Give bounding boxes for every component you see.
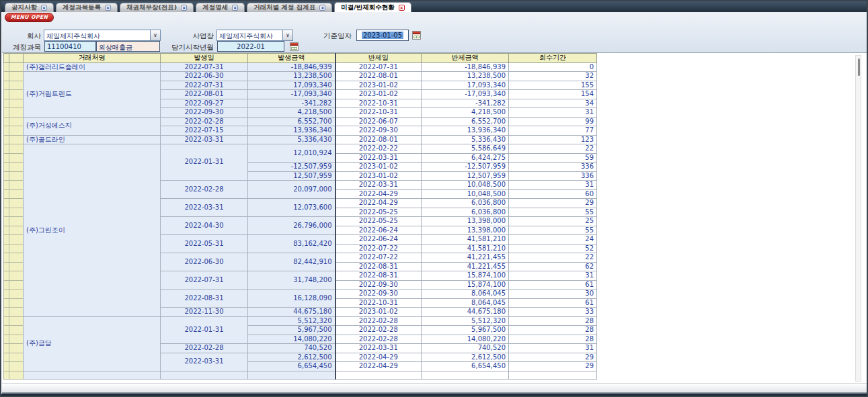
repay-date-cell[interactable]: 2022-08-31 (336, 262, 422, 271)
customer-name-cell[interactable]: (주)거성에스지 (24, 117, 161, 135)
row-handle[interactable] (4, 290, 9, 299)
row-indicator[interactable] (9, 335, 24, 344)
repay-date-cell[interactable]: 2022-10-31 (336, 298, 422, 308)
issue-date-cell[interactable]: 2022-09-27 (161, 99, 248, 108)
tab-close-icon[interactable]: × (105, 5, 111, 11)
row-indicator[interactable] (9, 253, 24, 263)
calendar-icon[interactable] (290, 42, 299, 51)
row-indicator[interactable] (9, 226, 24, 235)
start-month-input[interactable]: 2022-01 (217, 41, 284, 52)
row-handle[interactable] (4, 280, 9, 290)
repay-amount-cell[interactable]: 41,221,455 (422, 253, 509, 263)
repay-date-cell[interactable]: 2022-06-24 (336, 235, 422, 245)
repay-date-cell[interactable]: 2022-02-22 (336, 144, 422, 154)
issue-amount-cell[interactable]: 13,238,500 (248, 72, 336, 81)
issue-amount-cell[interactable]: 12,010,924 (248, 144, 336, 163)
collect-period-cell[interactable]: 155 (509, 81, 597, 90)
repay-date-cell[interactable]: 2022-07-22 (336, 253, 422, 263)
issue-amount-cell[interactable]: 6,654,450 (248, 362, 336, 371)
issue-date-cell[interactable]: 2022-02-28 (161, 344, 248, 353)
issue-amount-cell[interactable]: 44,675,180 (248, 308, 336, 317)
repay-amount-cell[interactable]: 12,507,959 (422, 171, 509, 181)
repay-amount-cell[interactable]: 14,080,220 (422, 335, 509, 344)
chevron-down-icon[interactable]: ∨ (282, 30, 292, 40)
row-indicator[interactable] (9, 217, 24, 226)
tab-2[interactable]: 채권채무장(전표)× (120, 3, 194, 12)
repay-date-cell[interactable]: 2022-06-07 (336, 117, 422, 126)
repay-date-cell[interactable]: 2022-02-28 (336, 316, 422, 326)
row-handle[interactable] (4, 326, 9, 335)
repay-date-cell[interactable]: 2022-03-31 (336, 181, 422, 190)
repay-amount-cell[interactable]: 13,936,340 (422, 126, 509, 136)
customer-name-cell[interactable] (24, 371, 161, 380)
issue-date-cell[interactable]: 2022-07-15 (161, 126, 248, 136)
row-indicator[interactable] (9, 353, 24, 362)
collect-period-cell[interactable]: 31 (509, 344, 597, 353)
issue-date-cell[interactable]: 2022-05-31 (161, 235, 248, 253)
menu-open-button[interactable]: MENU OPEN (5, 13, 54, 22)
repay-amount-cell[interactable]: 13,238,500 (422, 72, 509, 81)
row-indicator[interactable] (9, 371, 24, 380)
row-indicator[interactable] (9, 171, 24, 181)
row-handle[interactable] (4, 90, 9, 99)
issue-date-cell[interactable]: 2022-09-30 (161, 108, 248, 118)
row-handle[interactable] (4, 117, 9, 126)
collect-period-cell[interactable]: 154 (509, 90, 597, 99)
issue-amount-cell[interactable]: 83,162,420 (248, 235, 336, 253)
row-indicator[interactable] (9, 117, 24, 126)
issue-amount-cell[interactable]: 13,936,340 (248, 126, 336, 136)
tab-0[interactable]: 공지사항× (5, 3, 54, 12)
issue-amount-cell[interactable]: 14,080,220 (248, 335, 336, 344)
row-indicator[interactable] (9, 326, 24, 335)
repay-date-cell[interactable]: 2022-09-30 (336, 280, 422, 290)
row-handle[interactable] (4, 316, 9, 326)
scrollbar-thumb[interactable] (858, 58, 860, 76)
collect-period-cell[interactable]: 28 (509, 316, 597, 326)
issue-date-cell[interactable]: 2022-07-31 (161, 81, 248, 90)
calendar-icon[interactable] (412, 31, 421, 40)
collect-period-cell[interactable]: 31 (509, 108, 597, 118)
issue-date-cell[interactable]: 2022-01-31 (161, 144, 248, 181)
collect-period-cell[interactable]: 28 (509, 326, 597, 335)
row-indicator[interactable] (9, 108, 24, 118)
repay-amount-cell[interactable]: 6,036,800 (422, 199, 509, 208)
repay-amount-cell[interactable]: 15,874,100 (422, 280, 509, 290)
row-handle[interactable] (4, 72, 9, 81)
row-handle[interactable] (4, 335, 9, 344)
issue-date-cell[interactable]: 2022-08-31 (161, 290, 248, 308)
row-indicator[interactable] (9, 308, 24, 317)
issue-date-cell[interactable] (161, 371, 248, 380)
issue-amount-cell[interactable]: 12,507,959 (248, 171, 336, 181)
row-handle[interactable] (4, 371, 9, 380)
repay-amount-cell[interactable]: 8,064,045 (422, 290, 509, 299)
collect-period-cell[interactable]: 30 (509, 290, 597, 299)
row-indicator[interactable] (9, 235, 24, 245)
collect-period-cell[interactable]: 33 (509, 308, 597, 317)
issue-amount-cell[interactable]: -18,846,939 (248, 62, 336, 72)
account-name-input[interactable]: 외상매출금 (96, 41, 160, 52)
repay-amount-cell[interactable]: 41,581,210 (422, 244, 509, 253)
customer-name-cell[interactable]: (주)갤러리드슬레이 (24, 62, 161, 72)
row-indicator[interactable] (9, 271, 24, 281)
repay-date-cell[interactable]: 2022-07-31 (336, 62, 422, 72)
row-handle[interactable] (4, 262, 9, 271)
tab-4[interactable]: 거래처별 계정 집계표× (247, 3, 332, 12)
row-handle[interactable] (4, 208, 9, 217)
row-handle[interactable] (4, 181, 9, 190)
chevron-down-icon[interactable]: ∨ (150, 30, 160, 40)
collect-period-cell[interactable]: 32 (509, 72, 597, 81)
collect-period-cell[interactable]: 29 (509, 199, 597, 208)
site-select[interactable]: 제일제지주식회사 ∨ (216, 30, 293, 41)
row-handle[interactable] (4, 108, 9, 118)
row-handle[interactable] (4, 189, 9, 199)
row-handle[interactable] (4, 99, 9, 108)
collect-period-cell[interactable]: 22 (509, 253, 597, 263)
repay-amount-cell[interactable]: 5,586,649 (422, 144, 509, 154)
repay-amount-cell[interactable]: 13,398,000 (422, 226, 509, 235)
customer-name-cell[interactable]: (주)거림트렌드 (24, 72, 161, 118)
repay-amount-cell[interactable]: 6,552,700 (422, 117, 509, 126)
repay-date-cell[interactable]: 2022-04-29 (336, 199, 422, 208)
issue-date-cell[interactable]: 2022-06-30 (161, 253, 248, 271)
row-indicator[interactable] (9, 90, 24, 99)
repay-date-cell[interactable]: 2022-08-31 (336, 271, 422, 281)
